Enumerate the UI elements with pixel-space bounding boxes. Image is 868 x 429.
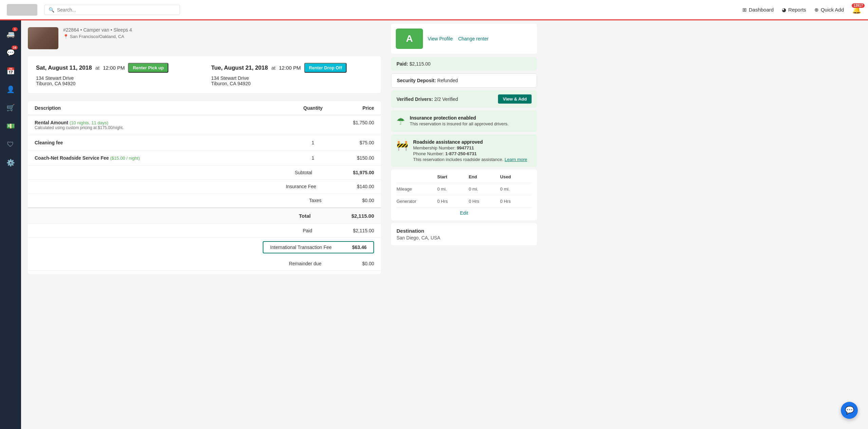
roadside-desc: This reservation includes roadside assis… [413,157,527,162]
sidebar-item-messages[interactable]: 💬 16 [2,44,19,61]
mileage-col-0 [396,174,437,179]
insurance-content: Insurance protection enabled This reserv… [410,115,509,126]
destination-box: Destination San Diego, CA, USA [391,223,537,245]
sidebar-item-shop[interactable]: 🛒 [2,99,19,116]
pin-icon: 📍 [63,34,69,39]
nav-right: ⊞ Dashboard ◕ Reports ⊕ Quick Add 🔔 1391… [742,5,861,14]
quick-add-label: Quick Add [821,7,844,13]
rental-label: Rental Amount [35,120,68,125]
total-label: Total [299,213,311,219]
sidebar-item-calendar[interactable]: 📅 [2,62,19,79]
profile-header-box: A View Profile Change renter [391,24,537,54]
sidebar-item-users[interactable]: 👤 [2,81,19,98]
roadside-phone: Phone Number: 1-877-250-6731 [413,151,527,156]
vehicle-location: 📍 San Francisco/Oakland, CA [63,34,132,39]
chat-bubble[interactable]: 💬 [841,402,858,419]
change-renter-link[interactable]: Change renter [458,36,489,41]
profile-avatar: A [396,29,423,49]
message-icon: 💬 [6,49,15,57]
pie-icon: ◕ [782,7,786,13]
insurance-val: $140.00 [357,184,374,189]
dropoff-time: 12:00 PM [279,65,301,71]
remainder-val: $0.00 [362,261,374,266]
intl-fee-box: International Transaction Fee $63.46 [263,241,374,253]
taxes-val: $0.00 [362,198,374,203]
cleaning-desc: Cleaning fee [35,140,293,145]
subtotal-val: $1,975.00 [353,170,374,175]
intl-fee-val: $63.46 [352,245,367,250]
pickup-date: Sat, August 11, 2018 [36,65,92,71]
destination-title: Destination [396,228,532,234]
taxes-row: Taxes $0.00 [28,194,381,208]
col-quantity: Quantity [293,105,333,111]
rental-price: $1,750.00 [333,120,374,125]
sidebar-item-payments[interactable]: 💵 [2,118,19,135]
vehicle-info: #22864 • Camper van • Sleeps 4 📍 San Fra… [63,27,132,39]
sidebar-item-vehicles[interactable]: 🚐 1 [2,26,19,43]
pickup-button[interactable]: Renter Pick up [128,63,168,73]
dropoff-address-line1: 134 Stewart Drive [211,75,373,81]
pickup-at: at [95,65,100,71]
total-row: Total $2,115.00 [28,208,381,224]
mileage-row2-used: 0 Hrs [500,199,532,204]
view-profile-link[interactable]: View Profile [428,36,453,41]
vehicle-title: #22864 • Camper van • Sleeps 4 [63,27,132,33]
cleaning-price: $75.00 [333,140,374,145]
sidebar: 🚐 1 💬 16 📅 👤 🛒 💵 🛡 ⚙️ [0,20,21,429]
paid-summary-row: Paid $2,115.00 [28,224,381,238]
cleaning-qty: 1 [293,140,333,145]
pickup-date-main: Sat, August 11, 2018 at 12:00 PM Renter … [36,63,198,73]
mileage-row2-end: 0 Hrs [469,199,500,204]
cleaning-row: Cleaning fee 1 $75.00 [28,135,381,150]
vehicle-icon: 🚐 [6,30,15,38]
dropoff-button[interactable]: Renter Drop Off [304,63,347,73]
top-nav: 🔍 ⊞ Dashboard ◕ Reports ⊕ Quick Add 🔔 13… [0,0,868,20]
notifications-bell[interactable]: 🔔 13917 [852,5,861,14]
sidebar-item-settings[interactable]: ⚙️ [2,154,19,171]
learn-more-link[interactable]: Learn more [505,157,527,162]
coachnet-desc: Coach-Net Roadside Service Fee ($15.00 /… [35,155,293,161]
rental-sub: Calculated using custom pricing at $175.… [35,125,293,130]
dashboard-nav[interactable]: ⊞ Dashboard [742,7,774,13]
view-add-button[interactable]: View & Add [498,94,532,104]
search-input[interactable] [57,7,176,13]
date-row: Sat, August 11, 2018 at 12:00 PM Renter … [28,56,381,93]
reports-nav[interactable]: ◕ Reports [782,7,806,13]
insurance-label: Insurance Fee [286,184,316,189]
insurance-title: Insurance protection enabled [410,115,509,121]
mileage-row2-start: 0 Hrs [437,199,469,204]
sidebar-item-shield[interactable]: 🛡 [2,136,19,153]
settings-icon: ⚙️ [6,159,15,167]
vehicle-badge: 1 [12,27,18,31]
dropoff-address-line2: Tiburon, CA 94920 [211,81,373,86]
plus-circle-icon: ⊕ [814,7,819,13]
vehicle-thumbnail [28,27,58,49]
rental-desc: Rental Amount (10 nights, 11 days) Calcu… [35,120,293,130]
mileage-row2-label: Generator [396,199,437,204]
mileage-col-end: End [469,174,500,179]
right-panel: A View Profile Change renter Paid: $2,11… [388,20,544,429]
shop-icon: 🛒 [6,104,15,112]
membership-label: Membership Number: [413,145,456,150]
mileage-header: Start End Used [396,174,532,183]
verified-text: Verified Drivers: 2/2 Verified [396,96,458,102]
vehicle-sleeps: Sleeps 4 [113,27,132,33]
pickup-time: 12:00 PM [103,65,125,71]
paid-invoice-label: Paid [303,228,312,233]
insurance-desc: This reservation is insured for all appr… [410,121,509,126]
calendar-icon: 📅 [6,67,15,75]
paid-info-box: Paid: $2,115.00 [391,57,537,71]
search-bar[interactable]: 🔍 [44,5,180,15]
invoice-header-row: Description Quantity Price [28,101,381,115]
roadside-title: Roadside assistance approved [413,139,527,145]
mileage-row1-start: 0 mi. [437,186,469,192]
roadside-content: Roadside assistance approved Membership … [413,139,527,162]
edit-mileage-button[interactable]: Edit [396,208,532,216]
reports-label: Reports [788,7,806,13]
avatar-initial: A [406,33,413,44]
search-icon: 🔍 [49,7,54,13]
invoice-table: Description Quantity Price Rental Amount… [28,101,381,274]
dropoff-date: Tue, August 21, 2018 [211,65,268,71]
quick-add-nav[interactable]: ⊕ Quick Add [814,7,844,13]
pickup-address-line2: Tiburon, CA 94920 [36,81,198,86]
